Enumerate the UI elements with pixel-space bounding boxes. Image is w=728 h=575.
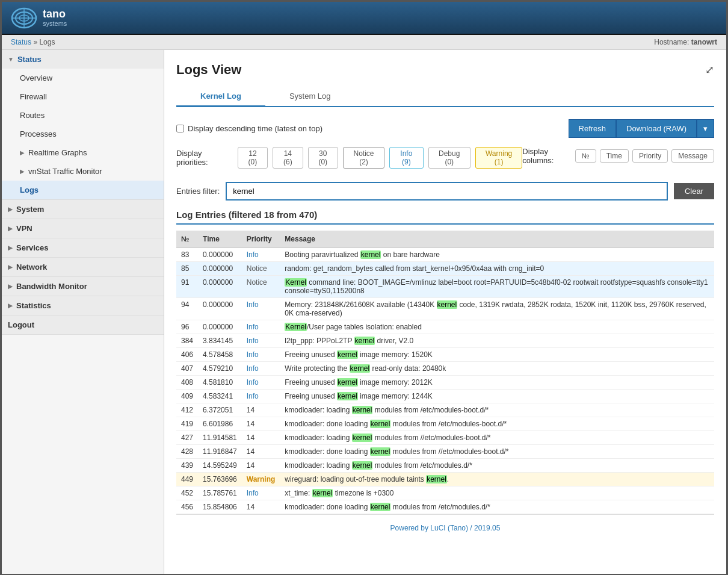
table-row: 45215.785761Infoxt_time: kernel timezone… — [176, 486, 714, 500]
cell-priority: Info — [242, 486, 280, 500]
sidebar-item-firewall[interactable]: Firewall — [2, 87, 164, 106]
sidebar-item-logs[interactable]: Logs — [2, 181, 164, 199]
cell-message: kmodloader: done loading kernel modules … — [280, 445, 714, 459]
cell-time: 0.000000 — [198, 320, 242, 334]
cell-time: 0.000000 — [198, 248, 242, 262]
cell-message: Kernel/User page tables isolation: enabl… — [280, 320, 714, 334]
sidebar-item-bandwidth-monitor[interactable]: Bandwidth Monitor — [2, 277, 164, 296]
col-header-message: Message — [280, 231, 714, 248]
expand-icon[interactable]: ⤢ — [705, 63, 714, 76]
sidebar-item-status[interactable]: Status — [2, 50, 164, 69]
chevron-right-icon — [8, 283, 13, 290]
sidebar: Status Overview Firewall Routes Processe… — [2, 50, 164, 574]
sidebar-item-vpn[interactable]: VPN — [2, 219, 164, 238]
download-button[interactable]: Download (RAW) — [616, 119, 697, 138]
clear-button[interactable]: Clear — [674, 183, 714, 199]
col-time-button[interactable]: Time — [600, 149, 629, 163]
chevron-right-icon — [8, 264, 13, 270]
breadcrumb: Status » Logs Hostname: tanowrt — [2, 35, 726, 50]
dropdown-button[interactable]: ▾ — [697, 119, 714, 138]
cell-priority: Warning — [242, 473, 280, 486]
sidebar-item-realtime-graphs[interactable]: Realtime Graphs — [2, 143, 164, 162]
col-priority-button[interactable]: Priority — [632, 149, 668, 163]
sidebar-item-processes[interactable]: Processes — [2, 125, 164, 143]
hostname-value: tanowrt — [691, 38, 717, 46]
chevron-right-icon — [8, 244, 13, 251]
sidebar-item-routes[interactable]: Routes — [2, 106, 164, 125]
breadcrumb-logs: Logs — [39, 38, 55, 46]
descending-time-checkbox[interactable]: Display descending time (latest on top) — [176, 124, 322, 133]
entries-filter-input[interactable] — [226, 182, 668, 200]
sidebar-item-overview[interactable]: Overview — [2, 69, 164, 87]
cell-num: 439 — [176, 459, 198, 473]
cell-priority: Info — [242, 298, 280, 320]
cell-priority: Notice — [242, 276, 280, 298]
cell-time: 11.916847 — [198, 445, 242, 459]
priority-30-button[interactable]: 30 (0) — [308, 147, 338, 169]
log-entries-heading: Log Entries (filtered 18 from 470) — [176, 210, 714, 225]
sidebar-item-logout[interactable]: Logout — [2, 315, 164, 334]
cell-num: 83 — [176, 248, 198, 262]
tabs: Kernel Log System Log — [176, 87, 714, 107]
chevron-right-icon — [8, 302, 13, 309]
cell-time: 4.583241 — [198, 390, 242, 403]
cell-priority: 14 — [242, 459, 280, 473]
cell-message: kmodloader: done loading kernel modules … — [280, 417, 714, 431]
cell-message: Memory: 231848K/261608K available (14340… — [280, 298, 714, 320]
cell-message: kmodloader: done loading kernel modules … — [280, 500, 714, 514]
cell-num: 449 — [176, 473, 198, 486]
col-num-button[interactable]: № — [575, 149, 596, 163]
cell-message: random: get_random_bytes called from sta… — [280, 262, 714, 276]
cell-time: 4.581810 — [198, 376, 242, 390]
hostname-label: Hostname: — [654, 38, 689, 46]
sidebar-item-network[interactable]: Network — [2, 258, 164, 276]
chevron-right-icon — [8, 206, 13, 213]
table-row: 3843.834145Infol2tp_ppp: PPPoL2TP kernel… — [176, 334, 714, 348]
priority-debug-button[interactable]: Debug (0) — [428, 147, 470, 169]
cell-time: 11.914581 — [198, 431, 242, 445]
priority-warning-button[interactable]: Warning (1) — [475, 147, 522, 169]
table-row: 910.000000NoticeKernel command line: BOO… — [176, 276, 714, 298]
cell-priority: Info — [242, 362, 280, 376]
descending-time-input[interactable] — [176, 125, 184, 132]
priority-notice-button[interactable]: Notice (2) — [343, 147, 384, 169]
cell-num: 406 — [176, 348, 198, 362]
sidebar-item-vnstat[interactable]: vnStat Traffic Monitor — [2, 162, 164, 181]
cell-message: l2tp_ppp: PPPoL2TP kernel driver, V2.0 — [280, 334, 714, 348]
priority-14-button[interactable]: 14 (6) — [273, 147, 303, 169]
cell-priority: 14 — [242, 445, 280, 459]
cell-num: 94 — [176, 298, 198, 320]
footer: Powered by LuCI (Tano) / 2019.05 — [176, 514, 714, 541]
table-row: 4094.583241InfoFreeing unused kernel ima… — [176, 390, 714, 403]
tab-kernel-log[interactable]: Kernel Log — [176, 87, 265, 107]
col-message-button[interactable]: Message — [671, 149, 714, 163]
cell-priority: Info — [242, 376, 280, 390]
cell-priority: 14 — [242, 417, 280, 431]
sidebar-item-statistics[interactable]: Statistics — [2, 296, 164, 315]
table-row: 4196.60198614kmodloader: done loading ke… — [176, 417, 714, 431]
table-row: 44915.763696Warningwireguard: loading ou… — [176, 473, 714, 486]
cell-time: 0.000000 — [198, 262, 242, 276]
priority-12-button[interactable]: 12 (0) — [238, 147, 268, 169]
cell-message: Freeing unused kernel image memory: 1520… — [280, 348, 714, 362]
priority-info-button[interactable]: Info (9) — [389, 147, 423, 169]
columns-label: Display columns: — [522, 147, 569, 165]
logo-text: tano — [43, 8, 67, 20]
cell-message: Kernel command line: BOOT_IMAGE=/vmlinuz… — [280, 276, 714, 298]
col-header-priority: Priority — [242, 231, 280, 248]
table-row: 4126.37205114kmodloader: loading kernel … — [176, 403, 714, 417]
col-header-num: № — [176, 231, 198, 248]
sidebar-item-system[interactable]: System — [2, 200, 164, 219]
filter-row: Entries filter: Clear — [176, 182, 714, 200]
entries-filter-label: Entries filter: — [176, 187, 220, 196]
sidebar-item-services[interactable]: Services — [2, 238, 164, 257]
table-row: 850.000000Noticerandom: get_random_bytes… — [176, 262, 714, 276]
refresh-button[interactable]: Refresh — [569, 119, 617, 138]
tab-system-log[interactable]: System Log — [265, 87, 355, 107]
cell-num: 85 — [176, 262, 198, 276]
chevron-right-icon — [20, 149, 25, 156]
chevron-right-icon — [8, 225, 13, 232]
priorities-row: Display priorities: 12 (0) 14 (6) 30 (0)… — [176, 147, 522, 169]
cell-priority: 14 — [242, 431, 280, 445]
breadcrumb-status[interactable]: Status — [11, 38, 31, 46]
